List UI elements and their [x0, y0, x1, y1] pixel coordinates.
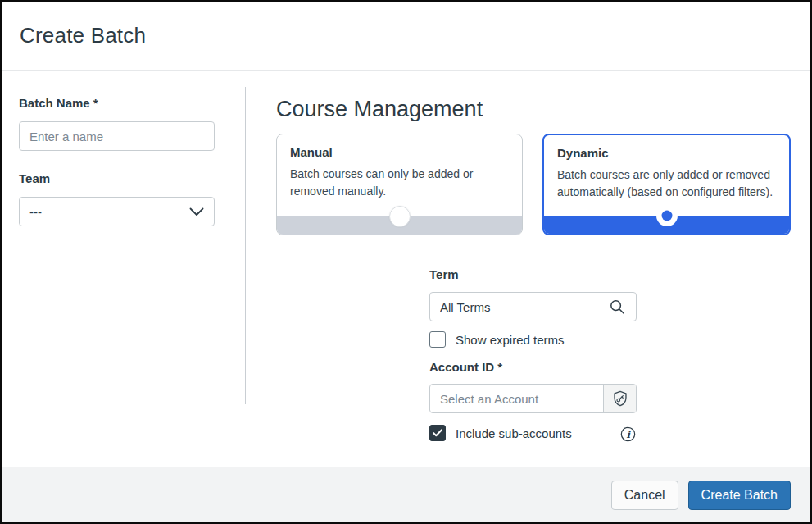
dialog-title: Create Batch [20, 23, 146, 48]
show-expired-terms-label: Show expired terms [456, 333, 565, 347]
batch-name-input[interactable] [19, 121, 215, 151]
create-batch-button[interactable]: Create Batch [688, 481, 791, 510]
batch-name-label: Batch Name * [19, 96, 98, 110]
shield-key-icon [611, 390, 629, 408]
chevron-down-icon [189, 207, 204, 216]
team-select[interactable]: --- [19, 197, 215, 226]
info-icon[interactable]: i [620, 426, 636, 442]
account-picker-button[interactable] [603, 385, 636, 412]
manual-option-description: Batch courses can only be added or remov… [290, 166, 510, 200]
option-card-dynamic[interactable]: Dynamic Batch courses are only added or … [542, 134, 791, 235]
account-id-label: Account ID * [429, 360, 502, 374]
team-label: Team [19, 171, 50, 185]
checkmark-icon [433, 429, 442, 437]
include-sub-accounts-checkbox[interactable] [429, 425, 446, 441]
term-search-input[interactable] [429, 292, 637, 321]
account-id-field [429, 384, 637, 413]
show-expired-terms-checkbox[interactable] [429, 331, 446, 348]
course-management-heading: Course Management [276, 97, 483, 122]
account-id-input[interactable] [430, 385, 603, 412]
show-expired-terms-checkbox-row[interactable]: Show expired terms [429, 331, 565, 348]
option-card-manual[interactable]: Manual Batch courses can only be added o… [276, 134, 523, 235]
term-label: Term [429, 267, 459, 281]
create-batch-dialog: Create Batch Batch Name * Team --- Cours… [0, 0, 812, 524]
manual-radio[interactable] [389, 206, 411, 227]
panel-divider [245, 87, 246, 404]
svg-text:i: i [627, 429, 632, 440]
dialog-header: Create Batch [2, 2, 810, 71]
cancel-button[interactable]: Cancel [611, 481, 678, 510]
dynamic-option-description: Batch courses are only added or removed … [557, 166, 778, 201]
dialog-footer: Cancel Create Batch [2, 467, 810, 522]
dynamic-option-title: Dynamic [557, 146, 609, 160]
include-sub-accounts-label: Include sub-accounts [456, 426, 572, 440]
dynamic-radio[interactable] [656, 205, 678, 226]
manual-option-title: Manual [290, 145, 333, 159]
include-sub-accounts-checkbox-row[interactable]: Include sub-accounts [429, 425, 572, 441]
team-select-value: --- [29, 205, 189, 219]
